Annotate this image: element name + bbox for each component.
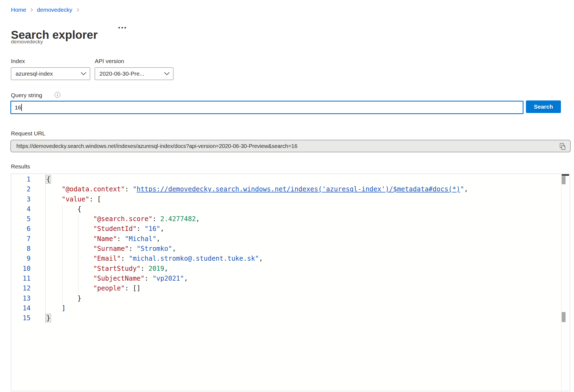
page-subtitle: demovedecky	[11, 39, 43, 45]
code-line: 14 ]	[11, 303, 561, 313]
code-line: 15}	[11, 313, 561, 323]
results-editor[interactable]: 1{2 "@odata.context": "https://demovedec…	[11, 174, 570, 391]
code-line: 10 "StartStudy": 2019,	[11, 264, 561, 274]
copy-icon	[559, 147, 566, 151]
code-line: 7 "Name": "Michal",	[11, 234, 561, 244]
request-url-field[interactable]: https://demovedecky.search.windows.net/i…	[10, 140, 571, 152]
code-line: 2 "@odata.context": "https://demovedecky…	[11, 184, 561, 194]
text-caret	[21, 104, 22, 111]
breadcrumb: Home demovedecky	[11, 7, 79, 13]
line-number: 7	[11, 234, 46, 244]
line-number: 10	[11, 264, 46, 274]
index-label: Index	[11, 58, 25, 64]
editor-scrollbar	[561, 174, 570, 391]
scrollbar-thumb[interactable]	[562, 176, 566, 184]
search-button[interactable]: Search	[526, 100, 561, 113]
code-line: 9 "Email": "michal.stromko@.student.tuke…	[11, 254, 561, 263]
code-line: 13 }	[11, 293, 561, 303]
breadcrumb-chevron-icon	[30, 8, 33, 12]
results-label: Results	[11, 163, 30, 170]
line-number: 8	[11, 244, 46, 254]
index-dropdown[interactable]: azuresql-index	[11, 67, 90, 80]
info-icon[interactable]: i	[55, 92, 60, 98]
query-string-label: Query string	[11, 92, 42, 99]
api-version-label: API version	[95, 58, 124, 64]
api-version-dropdown-value: 2020-06-30-Pre...	[99, 70, 144, 77]
line-number: 1	[11, 174, 46, 184]
query-string-value: 16	[15, 104, 21, 111]
chevron-down-icon	[164, 72, 170, 76]
code-line: 11 "SubjectName": "vp2021",	[11, 274, 561, 283]
copy-button[interactable]	[559, 143, 566, 150]
breadcrumb-link-demovedecky[interactable]: demovedecky	[37, 7, 72, 13]
request-url-label: Request URL	[11, 130, 45, 137]
results-code: 1{2 "@odata.context": "https://demovedec…	[11, 174, 561, 323]
code-line: 12 "people": []	[11, 283, 561, 293]
line-number: 12	[11, 283, 46, 293]
query-string-input[interactable]: 16	[10, 101, 523, 114]
line-number: 4	[11, 204, 46, 214]
indent-guide	[78, 214, 78, 293]
request-url-value: https://demovedecky.search.windows.net/i…	[16, 143, 297, 149]
api-version-dropdown[interactable]: 2020-06-30-Pre...	[95, 67, 173, 80]
line-number: 9	[11, 254, 46, 263]
line-number: 13	[11, 293, 46, 303]
code-line: 1{	[11, 174, 561, 184]
more-options-icon[interactable]	[117, 26, 127, 29]
code-line: 4 {	[11, 204, 561, 214]
line-number: 11	[11, 274, 46, 283]
line-number: 3	[11, 194, 46, 204]
chevron-down-icon	[81, 72, 87, 76]
line-number: 2	[11, 184, 46, 194]
line-number: 14	[11, 303, 46, 313]
code-line: 5 "@search.score": 2.4277482,	[11, 214, 561, 224]
indent-guide	[62, 204, 63, 303]
line-number: 5	[11, 214, 46, 224]
breadcrumb-chevron-icon	[76, 8, 79, 12]
index-dropdown-value: azuresql-index	[16, 70, 53, 77]
line-number: 6	[11, 224, 46, 234]
breadcrumb-link-home[interactable]: Home	[11, 7, 26, 13]
code-line: 3 "value": [	[11, 194, 561, 204]
line-number: 15	[11, 313, 46, 323]
scrollbar-top-marker	[562, 174, 569, 176]
code-line: 6 "StudentId": "16",	[11, 224, 561, 234]
code-line: 8 "Surname": "Stromko",	[11, 244, 561, 254]
scrollbar-thumb[interactable]	[562, 312, 566, 322]
